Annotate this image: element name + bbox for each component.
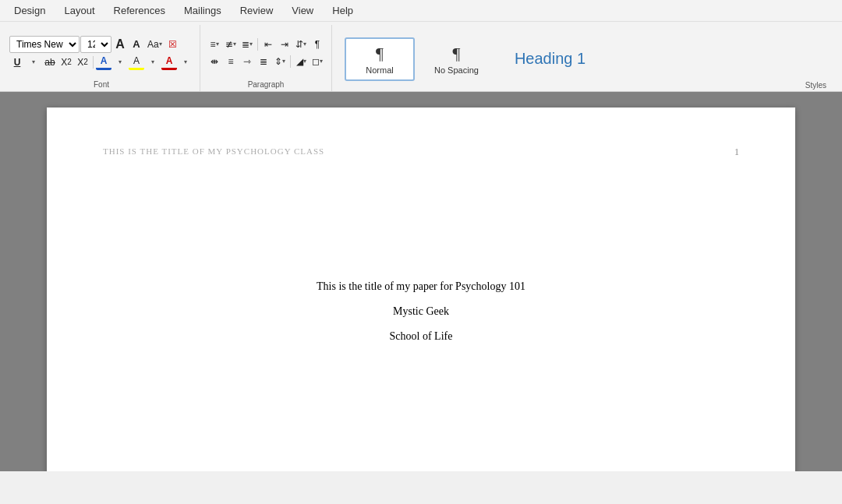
font-family-select[interactable]: Times New Roman [9, 36, 80, 53]
menu-references[interactable]: References [106, 2, 173, 19]
document-author: Mystic Geek [103, 305, 739, 318]
style-heading1-preview: Heading 1 [515, 50, 586, 68]
show-hide-button[interactable]: ¶ [310, 37, 325, 52]
menu-review[interactable]: Review [232, 2, 281, 19]
menu-design[interactable]: Design [6, 2, 53, 19]
bullets-button[interactable]: ≡▾ [207, 37, 222, 52]
font-color-arrow[interactable]: ▾ [112, 55, 128, 70]
font-color2-button[interactable]: A [161, 55, 177, 70]
numbering-button[interactable]: ≢▾ [223, 37, 239, 52]
para-row-1: ≡▾ ≢▾ ≣▾ ⇤ ⇥ ⇵▾ ¶ [207, 37, 325, 52]
decrease-indent-button[interactable]: ⇤ [260, 37, 276, 52]
font-row-2: U ▾ ab X2 X2 A ▾ A ▾ A ▾ [9, 55, 193, 70]
style-normal-button[interactable]: ¶ Normal [345, 37, 415, 81]
styles-label: Styles [799, 81, 833, 90]
clear-format-button[interactable]: ☒ [165, 37, 181, 52]
header-running-text: THIS IS THE TITLE OF MY PSYCHOLOGY CLASS [103, 146, 739, 156]
menu-help[interactable]: Help [324, 2, 361, 19]
highlight-arrow[interactable]: ▾ [145, 55, 161, 70]
line-spacing-button[interactable]: ⇕▾ [272, 54, 288, 69]
shrink-font-button[interactable]: A [129, 37, 144, 52]
highlight-button[interactable]: A [129, 55, 144, 70]
superscript-button[interactable]: X2 [75, 55, 90, 70]
shading-button[interactable]: ◢▾ [293, 54, 309, 69]
sep2 [257, 38, 258, 51]
menu-view[interactable]: View [284, 2, 321, 19]
font-color-button[interactable]: A [96, 55, 111, 70]
style-nospacing-button[interactable]: ¶ No Spacing [418, 38, 495, 80]
sort-button[interactable]: ⇵▾ [293, 37, 309, 52]
increase-indent-button[interactable]: ⇥ [277, 37, 292, 52]
change-case-button[interactable]: Aa▾ [145, 37, 165, 52]
font-size-select[interactable]: 12 [80, 36, 111, 53]
document-school: School of Life [103, 330, 739, 343]
font-color2-arrow[interactable]: ▾ [178, 55, 193, 70]
multilevel-button[interactable]: ≣▾ [239, 37, 255, 52]
font-group: Times New Roman 12 A A Aa▾ ☒ U ▾ ab X2 X… [3, 25, 200, 91]
align-right-button[interactable]: ⇾ [239, 54, 255, 69]
font-row-1: Times New Roman 12 A A Aa▾ ☒ [9, 36, 193, 53]
document-page[interactable]: THIS IS THE TITLE OF MY PSYCHOLOGY CLASS… [47, 107, 795, 471]
borders-button[interactable]: ◻▾ [310, 54, 325, 69]
paragraph-label: Paragraph [207, 79, 325, 91]
page-number: 1 [734, 146, 739, 158]
align-left-button[interactable]: ⇼ [207, 54, 222, 69]
document-content[interactable]: This is the title of my paper for Psycho… [103, 280, 739, 343]
sep3 [290, 55, 291, 68]
grow-font-button[interactable]: A [112, 37, 128, 52]
align-center-button[interactable]: ≡ [223, 54, 239, 69]
subscript-button[interactable]: X2 [58, 55, 74, 70]
document-area: THIS IS THE TITLE OF MY PSYCHOLOGY CLASS… [0, 92, 842, 471]
font-label: Font [9, 79, 193, 91]
para-row-2: ⇼ ≡ ⇾ ≣ ⇕▾ ◢▾ ◻▾ [207, 54, 325, 69]
sep1 [93, 56, 94, 69]
menu-bar: Design Layout References Mailings Review… [0, 0, 842, 22]
styles-group: ¶ Normal ¶ No Spacing Heading 1 Styles [332, 25, 839, 91]
underline-arrow[interactable]: ▾ [26, 55, 41, 70]
menu-layout[interactable]: Layout [56, 2, 102, 19]
ribbon-toolbar: Times New Roman 12 A A Aa▾ ☒ U ▾ ab X2 X… [0, 22, 842, 92]
menu-mailings[interactable]: Mailings [176, 2, 229, 19]
paragraph-group: ≡▾ ≢▾ ≣▾ ⇤ ⇥ ⇵▾ ¶ ⇼ ≡ ⇾ ≣ ⇕▾ ◢▾ ◻▾ Parag… [200, 25, 332, 91]
justify-button[interactable]: ≣ [256, 54, 271, 69]
style-nospacing-preview: ¶ [452, 44, 460, 64]
underline-button[interactable]: U [9, 55, 25, 70]
style-normal-preview: ¶ [376, 44, 384, 64]
style-normal-label: Normal [366, 65, 393, 75]
style-heading1-button[interactable]: Heading 1 [498, 44, 602, 73]
style-nospacing-label: No Spacing [434, 65, 479, 75]
strikethrough-button[interactable]: ab [42, 55, 58, 70]
document-title: This is the title of my paper for Psycho… [103, 280, 739, 293]
